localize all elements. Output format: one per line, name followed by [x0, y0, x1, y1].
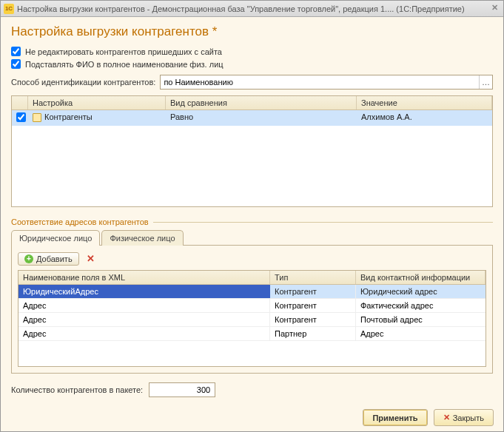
- window-title: Настройка выгрузки контрагентов - Демонс…: [17, 4, 488, 13]
- subst-fio-label: Подставлять ФИО в полное наименование фи…: [25, 60, 224, 69]
- ident-input[interactable]: [161, 75, 479, 89]
- no-edit-label: Не редактировать контрагентов пришедших …: [25, 47, 222, 56]
- add-label: Добавить: [36, 254, 73, 263]
- tab-physical[interactable]: Физическое лицо: [101, 230, 183, 246]
- row-setting: Контрагенты: [44, 112, 93, 121]
- add-button[interactable]: + Добавить: [18, 252, 79, 266]
- addr-grid-body: ЮридическийАдрес Контрагент Юридический …: [19, 285, 485, 366]
- cell-kind: Юридический адрес: [356, 285, 485, 298]
- app-icon: 1C: [4, 4, 14, 14]
- apply-label: Применить: [372, 414, 417, 422]
- cell-type: Контрагент: [270, 285, 356, 298]
- addr-section-label: Соответствие адресов контрагентов: [11, 217, 493, 226]
- table-row[interactable]: Адрес Контрагент Почтовый адрес: [19, 313, 485, 327]
- row-checkbox[interactable]: [16, 112, 26, 122]
- col-type[interactable]: Тип: [270, 271, 356, 284]
- filter-row[interactable]: Контрагенты Равно Алхимов А.А.: [12, 110, 492, 126]
- titlebar: 1C Настройка выгрузки контрагентов - Дем…: [1, 1, 503, 17]
- close-icon[interactable]: ✕: [488, 3, 500, 15]
- table-row[interactable]: ЮридическийАдрес Контрагент Юридический …: [19, 285, 485, 299]
- close-x-icon: ✕: [443, 413, 450, 422]
- col-compare[interactable]: Вид сравнения: [166, 96, 357, 109]
- filter-grid: Настройка Вид сравнения Значение Контраг…: [11, 95, 493, 207]
- addr-grid-header: Наименование поля в XML Тип Вид контактн…: [19, 271, 485, 285]
- footer: Применить ✕Закрыть: [363, 409, 494, 426]
- folder-icon: [33, 113, 41, 122]
- table-row[interactable]: Адрес Контрагент Фактический адрес: [19, 299, 485, 313]
- col-setting[interactable]: Настройка: [28, 96, 166, 109]
- batch-label: Количество контрагентов в пакете:: [11, 385, 143, 394]
- col-value[interactable]: Значение: [357, 96, 492, 109]
- subst-fio-checkbox[interactable]: [11, 59, 21, 69]
- cell-name: Адрес: [19, 299, 270, 312]
- row-value: Алхимов А.А.: [357, 110, 492, 126]
- tabs: Юридическое лицо Физическое лицо: [11, 229, 493, 245]
- cell-type: Контрагент: [270, 313, 356, 326]
- cell-name: Адрес: [19, 313, 270, 326]
- cell-name: ЮридическийАдрес: [19, 285, 270, 298]
- apply-button[interactable]: Применить: [363, 409, 427, 426]
- table-row[interactable]: Адрес Партнер Адрес: [19, 327, 485, 341]
- tab-pane: + Добавить ✕ Наименование поля в XML Тип…: [11, 245, 493, 374]
- cell-name: Адрес: [19, 327, 270, 340]
- col-xml-name[interactable]: Наименование поля в XML: [19, 271, 270, 284]
- ident-input-wrap: …: [160, 75, 493, 90]
- plus-icon: +: [24, 254, 33, 263]
- batch-input[interactable]: [149, 382, 215, 397]
- cell-kind: Почтовый адрес: [356, 313, 485, 326]
- col-check[interactable]: [12, 96, 28, 109]
- ident-label: Способ идентификации контрагентов:: [11, 78, 155, 87]
- no-edit-checkbox[interactable]: [11, 47, 21, 56]
- page-title: Настройка выгрузки контрагентов *: [11, 24, 493, 39]
- row-compare: Равно: [166, 110, 357, 126]
- tab-legal[interactable]: Юридическое лицо: [11, 230, 100, 246]
- cell-kind: Адрес: [356, 327, 485, 340]
- col-kind[interactable]: Вид контактной информации: [356, 271, 485, 284]
- close-button[interactable]: ✕Закрыть: [434, 409, 494, 426]
- delete-button[interactable]: ✕: [84, 252, 98, 266]
- choose-button[interactable]: …: [479, 75, 492, 89]
- cell-kind: Фактический адрес: [356, 299, 485, 312]
- cell-type: Контрагент: [270, 299, 356, 312]
- cell-type: Партнер: [270, 327, 356, 340]
- divider: [153, 222, 493, 223]
- addr-section-text: Соответствие адресов контрагентов: [11, 217, 149, 226]
- close-label: Закрыть: [453, 414, 484, 422]
- address-grid: Наименование поля в XML Тип Вид контактн…: [18, 270, 486, 367]
- filter-grid-header: Настройка Вид сравнения Значение: [12, 96, 492, 110]
